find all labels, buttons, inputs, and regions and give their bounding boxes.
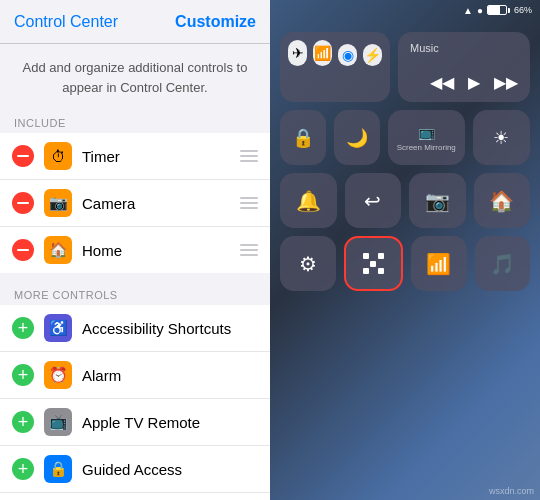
status-bar: ▲ ● 66%	[270, 0, 540, 20]
accessibility-icon: ♿	[44, 314, 72, 342]
more-section-label: MORE CONTROLS	[0, 283, 270, 305]
orientation-tile[interactable]: 🔒	[280, 110, 326, 165]
qr-code-tile[interactable]	[344, 236, 404, 291]
include-section-label: INCLUDE	[0, 111, 270, 133]
include-list: ⏱ Timer 📷 Camera 🏠 Home	[0, 133, 270, 273]
appletv-icon: 📺	[44, 408, 72, 436]
extra-tile-1[interactable]: ⚙	[280, 236, 336, 291]
extra-tile-3[interactable]: 🎵	[475, 236, 531, 291]
brightness-tile[interactable]: ☀	[473, 110, 530, 165]
bluetooth-tile[interactable]: ⚡	[363, 44, 382, 66]
list-item: 🏠 Home	[0, 227, 270, 273]
camera-label: Camera	[82, 195, 234, 212]
more-list: ♿ Accessibility Shortcuts ⏰ Alarm 📺 Appl…	[0, 305, 270, 500]
list-item: 👂 Hearing	[0, 493, 270, 500]
list-item: ♿ Accessibility Shortcuts	[0, 305, 270, 352]
add-guided-button[interactable]	[12, 458, 34, 480]
cc-row-3: 🔔 ↩ 📷 🏠	[280, 173, 530, 228]
screen-mirror-label: Screen Mirroring	[397, 143, 456, 152]
qr-grid-icon	[363, 253, 384, 274]
back-button[interactable]: Control Center	[14, 13, 118, 31]
extra-tile-2[interactable]: 📶	[411, 236, 467, 291]
wifi-status-icon: ▲	[463, 5, 473, 16]
customize-title: Customize	[175, 13, 256, 31]
drag-handle[interactable]	[240, 150, 258, 162]
list-item: ⏰ Alarm	[0, 352, 270, 399]
moon-tile[interactable]: 🌙	[334, 110, 380, 165]
signal-icon: ●	[477, 5, 483, 16]
list-item: 📺 Apple TV Remote	[0, 399, 270, 446]
cc-row-4: ⚙ 📶 🎵	[280, 236, 530, 291]
home-label: Home	[82, 242, 234, 259]
header: Control Center Customize	[0, 0, 270, 44]
list-item: 🔒 Guided Access	[0, 446, 270, 493]
music-controls: ◀◀ ▶ ▶▶	[410, 73, 518, 92]
add-appletv-button[interactable]	[12, 411, 34, 433]
music-label: Music	[410, 42, 518, 54]
remove-camera-button[interactable]	[12, 192, 34, 214]
left-panel: Control Center Customize Add and organiz…	[0, 0, 270, 500]
description-text: Add and organize additional controls to …	[0, 44, 270, 111]
list-item: ⏱ Timer	[0, 133, 270, 180]
home-icon: 🏠	[44, 236, 72, 264]
timer-tile[interactable]: ↩	[345, 173, 402, 228]
airplane-tile[interactable]: ✈	[288, 40, 307, 66]
right-panel: ▲ ● 66% ✈ 📶 ◉	[270, 0, 540, 500]
music-tile[interactable]: Music ◀◀ ▶ ▶▶	[398, 32, 530, 102]
cc-row-1: ✈ 📶 ◉ ⚡ Music	[280, 32, 530, 102]
control-center-grid: ✈ 📶 ◉ ⚡ Music	[270, 22, 540, 500]
bell-tile[interactable]: 🔔	[280, 173, 337, 228]
drag-handle[interactable]	[240, 244, 258, 256]
add-accessibility-button[interactable]	[12, 317, 34, 339]
add-alarm-button[interactable]	[12, 364, 34, 386]
alarm-icon: ⏰	[44, 361, 72, 389]
appletv-label: Apple TV Remote	[82, 414, 258, 431]
timer-icon: ⏱	[44, 142, 72, 170]
accessibility-label: Accessibility Shortcuts	[82, 320, 258, 337]
drag-handle[interactable]	[240, 197, 258, 209]
cc-row-2: 🔒 🌙 📺 Screen Mirroring ☀	[280, 110, 530, 165]
camera-tile[interactable]: 📷	[409, 173, 466, 228]
camera-icon: 📷	[44, 189, 72, 217]
wifi-tile[interactable]: 📶	[313, 40, 332, 66]
list-item: 📷 Camera	[0, 180, 270, 227]
alarm-label: Alarm	[82, 367, 258, 384]
home-cc-tile[interactable]: 🏠	[474, 173, 531, 228]
battery-indicator	[487, 5, 510, 15]
play-icon[interactable]: ▶	[468, 73, 480, 92]
scroll-area[interactable]: Add and organize additional controls to …	[0, 44, 270, 500]
remove-timer-button[interactable]	[12, 145, 34, 167]
connectivity-tile: ✈ 📶 ◉ ⚡	[280, 32, 390, 102]
screen-mirror-tile[interactable]: 📺 Screen Mirroring	[388, 110, 465, 165]
wifi2-tile[interactable]: ◉	[338, 44, 357, 66]
watermark: wsxdn.com	[489, 486, 534, 496]
guided-label: Guided Access	[82, 461, 258, 478]
prev-icon[interactable]: ◀◀	[430, 73, 454, 92]
battery-percent: 66%	[514, 5, 532, 15]
guided-icon: 🔒	[44, 455, 72, 483]
timer-label: Timer	[82, 148, 234, 165]
remove-home-button[interactable]	[12, 239, 34, 261]
next-icon[interactable]: ▶▶	[494, 73, 518, 92]
